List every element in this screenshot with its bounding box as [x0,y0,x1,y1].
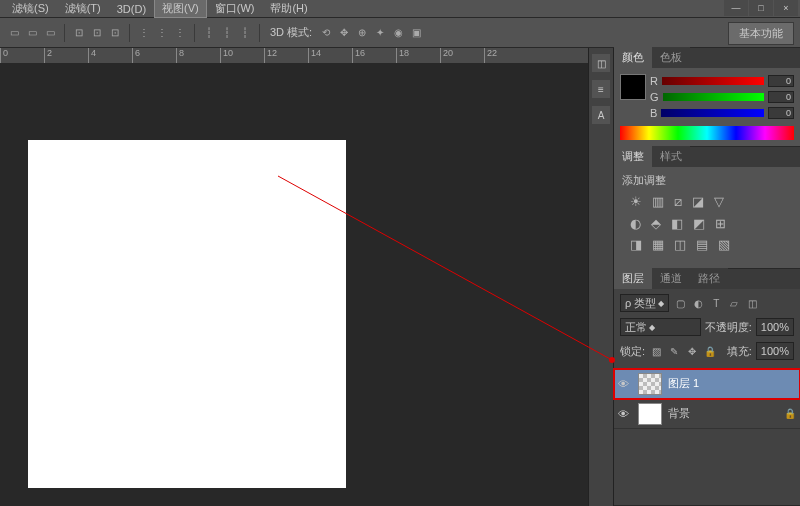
gradient-map-icon[interactable]: ▤ [696,237,708,252]
lock-label: 锁定: [620,344,645,359]
posterize-icon[interactable]: ▦ [652,237,664,252]
tab-adjustments[interactable]: 调整 [614,146,652,167]
threshold-icon[interactable]: ◫ [674,237,686,252]
ruler-tick: 20 [440,48,484,64]
layer-name[interactable]: 背景 [668,406,778,421]
g-value[interactable]: 0 [768,91,794,103]
tab-paths[interactable]: 路径 [690,268,728,289]
invert-icon[interactable]: ◨ [630,237,642,252]
dist-v3-icon[interactable]: ┆ [237,25,253,41]
ruler-tick: 0 [0,48,44,64]
pan-icon[interactable]: ✥ [336,25,352,41]
filter-shape-icon[interactable]: ▱ [727,296,741,310]
vibrance-icon[interactable]: ▽ [714,194,724,210]
opacity-input[interactable]: 100% [756,318,794,336]
canvas[interactable] [28,140,346,488]
menu-help[interactable]: 帮助(H) [262,0,315,18]
lock-all-icon[interactable]: 🔒 [703,344,717,358]
opacity-label: 不透明度: [705,320,752,335]
selective-color-icon[interactable]: ▧ [718,237,730,252]
layers-panel: 图层 通道 路径 ρ 类型◆ ▢ ◐ T ▱ ◫ 正常◆ 不透明度: 100% … [614,269,800,506]
menu-3d[interactable]: 3D(D) [109,1,154,17]
layer-thumbnail[interactable] [638,373,662,395]
ruler-tick: 22 [484,48,528,64]
zoom3d-icon[interactable]: ⊕ [354,25,370,41]
align-bottom-icon[interactable]: ⊡ [107,25,123,41]
tab-layers[interactable]: 图层 [614,268,652,289]
dist-v2-icon[interactable]: ┆ [219,25,235,41]
hue-icon[interactable]: ◐ [630,216,641,231]
align-right-icon[interactable]: ▭ [42,25,58,41]
lock-paint-icon[interactable]: ✎ [667,344,681,358]
align-left-icon[interactable]: ▭ [6,25,22,41]
g-label: G [650,91,659,103]
channel-mixer-icon[interactable]: ⊞ [715,216,726,231]
brightness-icon[interactable]: ☀ [630,194,642,210]
visibility-icon[interactable]: 👁 [618,408,632,420]
dist-h1-icon[interactable]: ⋮ [136,25,152,41]
g-slider[interactable] [663,93,764,101]
ruler-tick: 16 [352,48,396,64]
menu-filter-t[interactable]: 滤镜(T) [57,0,109,18]
levels-icon[interactable]: ▥ [652,194,664,210]
photo-filter-icon[interactable]: ◩ [693,216,705,231]
visibility-icon[interactable]: 👁 [618,378,632,390]
lock-move-icon[interactable]: ✥ [685,344,699,358]
filter-pixel-icon[interactable]: ▢ [673,296,687,310]
canvas-area[interactable] [0,64,588,506]
light-icon[interactable]: ◉ [390,25,406,41]
r-slider[interactable] [662,77,764,85]
filter-smart-icon[interactable]: ◫ [745,296,759,310]
fill-label: 填充: [727,344,752,359]
workspace-basic-button[interactable]: 基本功能 [728,22,794,45]
filter-adjust-icon[interactable]: ◐ [691,296,705,310]
menu-window[interactable]: 窗口(W) [207,0,263,18]
r-value[interactable]: 0 [768,75,794,87]
b-label: B [650,107,657,119]
spectrum-bar[interactable] [620,126,794,140]
tab-color[interactable]: 颜色 [614,47,652,68]
tab-channels[interactable]: 通道 [652,268,690,289]
align-vmid-icon[interactable]: ⊡ [89,25,105,41]
ruler-tick: 6 [132,48,176,64]
properties-icon[interactable]: ≡ [592,80,610,98]
foreground-swatch[interactable] [620,74,646,100]
tab-styles[interactable]: 样式 [652,146,690,167]
orbit-icon[interactable]: ⟲ [318,25,334,41]
camera-icon[interactable]: ▣ [408,25,424,41]
layer-row[interactable]: 👁 背景 🔒 [614,399,800,429]
balance-icon[interactable]: ⬘ [651,216,661,231]
ruler-tick: 18 [396,48,440,64]
history-icon[interactable]: ◫ [592,54,610,72]
adjustments-panel: 调整 样式 添加调整 ☀ ▥ ⧄ ◪ ▽ ◐ ⬘ ◧ ◩ ⊞ ◨ ▦ ◫ [614,147,800,269]
minimize-button[interactable]: — [724,0,748,16]
curves-icon[interactable]: ⧄ [674,194,682,210]
exposure-icon[interactable]: ◪ [692,194,704,210]
layer-row[interactable]: 👁 图层 1 [614,369,800,399]
lock-trans-icon[interactable]: ▨ [649,344,663,358]
bw-icon[interactable]: ◧ [671,216,683,231]
mode3d-label: 3D 模式: [270,25,312,40]
menu-filter-s[interactable]: 滤镜(S) [4,0,57,18]
b-value[interactable]: 0 [768,107,794,119]
align-center-icon[interactable]: ▭ [24,25,40,41]
filter-type-icon[interactable]: T [709,296,723,310]
menu-view[interactable]: 视图(V) [154,0,207,18]
dist-h2-icon[interactable]: ⋮ [154,25,170,41]
r-label: R [650,75,658,87]
fill-input[interactable]: 100% [756,342,794,360]
move3d-icon[interactable]: ✦ [372,25,388,41]
align-top-icon[interactable]: ⊡ [71,25,87,41]
character-icon[interactable]: A [592,106,610,124]
dist-h3-icon[interactable]: ⋮ [172,25,188,41]
tab-swatches[interactable]: 色板 [652,47,690,68]
dist-v1-icon[interactable]: ┆ [201,25,217,41]
layer-thumbnail[interactable] [638,403,662,425]
layer-filter-type[interactable]: ρ 类型◆ [620,294,669,312]
close-button[interactable]: × [774,0,798,16]
color-panel: 颜色 色板 R0 G0 B0 [614,48,800,147]
blend-mode-select[interactable]: 正常◆ [620,318,701,336]
maximize-button[interactable]: □ [749,0,773,16]
layer-name[interactable]: 图层 1 [668,376,796,391]
b-slider[interactable] [661,109,764,117]
